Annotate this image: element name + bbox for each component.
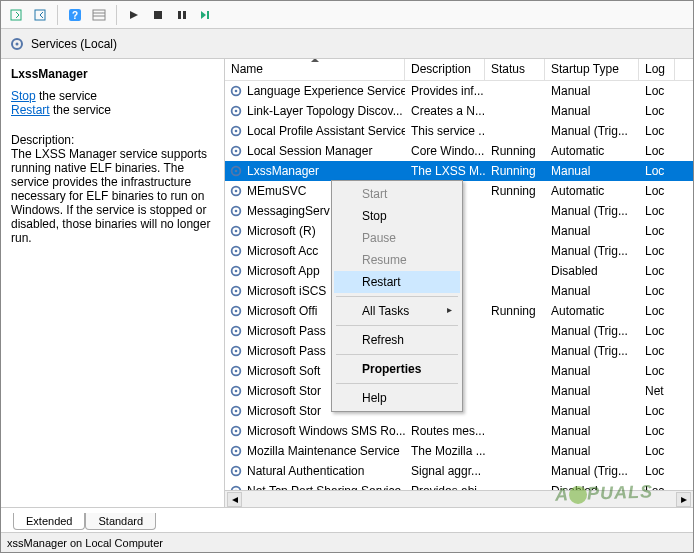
column-headers: Name Description Status Startup Type Log bbox=[225, 59, 693, 81]
description-label: Description: bbox=[11, 133, 214, 147]
col-status[interactable]: Status bbox=[485, 59, 545, 80]
cell-description: This service ... bbox=[405, 124, 485, 138]
table-row[interactable]: Link-Layer Topology Discov...Creates a N… bbox=[225, 101, 693, 121]
svg-point-42 bbox=[235, 350, 238, 353]
tab-extended[interactable]: Extended bbox=[13, 513, 85, 530]
cell-log: Loc bbox=[639, 144, 675, 158]
selected-service-title: LxssManager bbox=[11, 67, 214, 81]
cell-name: Local Profile Assistant Service bbox=[225, 124, 405, 138]
cell-description: Provides inf... bbox=[405, 84, 485, 98]
cell-log: Net bbox=[639, 384, 675, 398]
toolbar-import-icon[interactable] bbox=[29, 4, 51, 26]
cell-status: Running bbox=[485, 304, 545, 318]
svg-point-34 bbox=[235, 270, 238, 273]
table-row[interactable]: Microsoft Windows SMS Ro...Routes mes...… bbox=[225, 421, 693, 441]
restart-link[interactable]: Restart bbox=[11, 103, 50, 117]
cell-description: Signal aggr... bbox=[405, 464, 485, 478]
cell-name: LxssManager bbox=[225, 164, 405, 178]
cell-log: Loc bbox=[639, 444, 675, 458]
cell-log: Loc bbox=[639, 164, 675, 178]
svg-rect-10 bbox=[183, 11, 186, 19]
col-startup[interactable]: Startup Type bbox=[545, 59, 639, 80]
stop-suffix: the service bbox=[36, 89, 97, 103]
context-menu: Start Stop Pause Resume Restart All Task… bbox=[331, 180, 463, 412]
cell-description: The LXSS M... bbox=[405, 164, 485, 178]
table-row[interactable]: Natural AuthenticationSignal aggr...Manu… bbox=[225, 461, 693, 481]
svg-point-40 bbox=[235, 330, 238, 333]
svg-text:?: ? bbox=[72, 10, 78, 21]
cell-name: Mozilla Maintenance Service bbox=[225, 444, 405, 458]
svg-point-44 bbox=[235, 370, 238, 373]
col-log[interactable]: Log bbox=[639, 59, 675, 80]
table-row[interactable]: Local Profile Assistant ServiceThis serv… bbox=[225, 121, 693, 141]
table-row[interactable]: Net.Tcp Port Sharing ServiceProvides abi… bbox=[225, 481, 693, 490]
ctx-stop[interactable]: Stop bbox=[334, 205, 460, 227]
header-bar: Services (Local) bbox=[1, 29, 693, 59]
toolbar: ? bbox=[1, 1, 693, 29]
ctx-help[interactable]: Help bbox=[334, 387, 460, 409]
toolbar-stop-icon[interactable] bbox=[147, 4, 169, 26]
cell-log: Loc bbox=[639, 204, 675, 218]
cell-log: Loc bbox=[639, 284, 675, 298]
ctx-properties[interactable]: Properties bbox=[334, 358, 460, 380]
toolbar-pause-icon[interactable] bbox=[171, 4, 193, 26]
toolbar-separator bbox=[116, 5, 117, 25]
cell-startup: Manual bbox=[545, 164, 639, 178]
svg-point-32 bbox=[235, 250, 238, 253]
cell-log: Loc bbox=[639, 364, 675, 378]
ctx-start: Start bbox=[334, 183, 460, 205]
scroll-left-icon[interactable]: ◂ bbox=[227, 492, 242, 507]
ctx-refresh[interactable]: Refresh bbox=[334, 329, 460, 351]
cell-name: Microsoft Windows SMS Ro... bbox=[225, 424, 405, 438]
cell-startup: Manual bbox=[545, 224, 639, 238]
status-bar: xssManager on Local Computer bbox=[1, 532, 693, 552]
svg-point-30 bbox=[235, 230, 238, 233]
cell-description: Creates a N... bbox=[405, 104, 485, 118]
cell-log: Loc bbox=[639, 84, 675, 98]
toolbar-play-icon[interactable] bbox=[123, 4, 145, 26]
cell-startup: Manual bbox=[545, 384, 639, 398]
tab-standard[interactable]: Standard bbox=[85, 513, 156, 530]
svg-rect-4 bbox=[93, 10, 105, 20]
stop-link[interactable]: Stop bbox=[11, 89, 36, 103]
cell-log: Loc bbox=[639, 344, 675, 358]
svg-marker-7 bbox=[130, 11, 138, 19]
table-row[interactable]: LxssManagerThe LXSS M...RunningManualLoc bbox=[225, 161, 693, 181]
svg-rect-12 bbox=[207, 11, 209, 19]
cell-startup: Automatic bbox=[545, 184, 639, 198]
ctx-restart[interactable]: Restart bbox=[334, 271, 460, 293]
ctx-all-tasks[interactable]: All Tasks bbox=[334, 300, 460, 322]
cell-log: Loc bbox=[639, 324, 675, 338]
toolbar-props-icon[interactable] bbox=[88, 4, 110, 26]
table-row[interactable]: Language Experience ServiceProvides inf.… bbox=[225, 81, 693, 101]
svg-point-24 bbox=[235, 170, 238, 173]
services-window: ? Services (Local) LxssManager Stop the … bbox=[0, 0, 694, 553]
ctx-separator bbox=[336, 354, 458, 355]
cell-log: Loc bbox=[639, 404, 675, 418]
col-name[interactable]: Name bbox=[225, 59, 405, 80]
svg-point-38 bbox=[235, 310, 238, 313]
horizontal-scrollbar[interactable]: ◂ ▸ bbox=[225, 490, 693, 507]
cell-status: Running bbox=[485, 144, 545, 158]
svg-point-50 bbox=[235, 430, 238, 433]
table-row[interactable]: Mozilla Maintenance ServiceThe Mozilla .… bbox=[225, 441, 693, 461]
cell-log: Loc bbox=[639, 424, 675, 438]
cell-startup: Manual bbox=[545, 424, 639, 438]
cell-log: Loc bbox=[639, 104, 675, 118]
svg-point-54 bbox=[235, 470, 238, 473]
toolbar-help-icon[interactable]: ? bbox=[64, 4, 86, 26]
cell-startup: Automatic bbox=[545, 144, 639, 158]
col-description[interactable]: Description bbox=[405, 59, 485, 80]
cell-description: The Mozilla ... bbox=[405, 444, 485, 458]
svg-point-14 bbox=[16, 42, 19, 45]
svg-marker-11 bbox=[201, 11, 206, 19]
ctx-resume: Resume bbox=[334, 249, 460, 271]
svg-point-22 bbox=[235, 150, 238, 153]
toolbar-export-icon[interactable] bbox=[5, 4, 27, 26]
scroll-right-icon[interactable]: ▸ bbox=[676, 492, 691, 507]
cell-log: Loc bbox=[639, 124, 675, 138]
restart-service-line: Restart the service bbox=[11, 103, 214, 117]
table-row[interactable]: Local Session ManagerCore Windo...Runnin… bbox=[225, 141, 693, 161]
svg-point-36 bbox=[235, 290, 238, 293]
toolbar-restart-icon[interactable] bbox=[195, 4, 217, 26]
